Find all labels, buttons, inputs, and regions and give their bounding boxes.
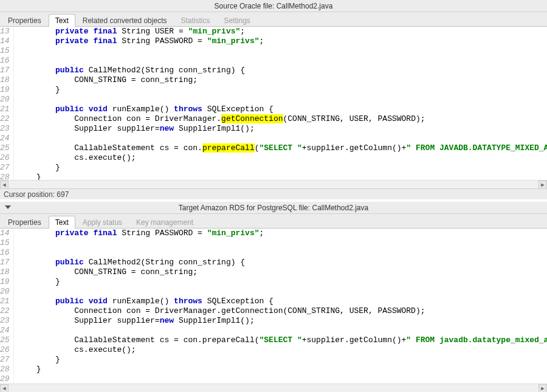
code-content[interactable]: Connection con = DriverManager.getConnec… bbox=[14, 114, 547, 124]
source-tabs: PropertiesTextRelated converted objectsS… bbox=[0, 12, 547, 27]
code-line: 20 bbox=[0, 287, 547, 297]
code-line: 22 Connection con = DriverManager.getCon… bbox=[0, 306, 547, 316]
code-line: 27 } bbox=[0, 355, 547, 365]
target-pane: Target Amazon RDS for PostgreSQL file: C… bbox=[0, 202, 547, 392]
scroll-left-icon[interactable]: ◄ bbox=[0, 181, 9, 189]
code-content[interactable]: CONN_STRING = conn_string; bbox=[14, 75, 547, 85]
line-number: 13 bbox=[0, 27, 14, 36]
line-number: 17 bbox=[0, 258, 14, 267]
code-content[interactable]: cs.execute(); bbox=[14, 345, 547, 355]
source-editor[interactable]: 13 private final String USER = "min_priv… bbox=[0, 27, 547, 180]
code-content[interactable] bbox=[14, 134, 547, 143]
code-line: 22 Connection con = DriverManager.getCon… bbox=[0, 114, 547, 124]
code-line: 24 bbox=[0, 326, 547, 335]
code-content[interactable]: } bbox=[14, 365, 547, 374]
code-content[interactable] bbox=[14, 46, 547, 56]
line-number: 29 bbox=[0, 374, 14, 383]
code-line: 28 } bbox=[0, 173, 547, 180]
target-title: Target Amazon RDS for PostgreSQL file: C… bbox=[179, 204, 368, 212]
code-line: 25 CallableStatement cs = con.prepareCal… bbox=[0, 143, 547, 153]
code-content[interactable]: private final String USER = "min_privs"; bbox=[14, 27, 547, 36]
code-content[interactable]: } bbox=[14, 355, 547, 365]
code-content[interactable]: } bbox=[14, 85, 547, 95]
code-content[interactable]: } bbox=[14, 277, 547, 287]
line-number: 20 bbox=[0, 95, 14, 105]
target-tab-text[interactable]: Text bbox=[49, 216, 75, 229]
source-tab-statistics: Statistics bbox=[174, 14, 216, 27]
code-line: 18 CONN_STRING = conn_string; bbox=[0, 75, 547, 85]
code-content[interactable]: Supplier supplier=new SupplierImpl1(); bbox=[14, 316, 547, 326]
code-line: 29 bbox=[0, 374, 547, 383]
target-title-bar: Target Amazon RDS for PostgreSQL file: C… bbox=[0, 202, 547, 214]
line-number: 23 bbox=[0, 316, 14, 326]
scroll-right-icon[interactable]: ► bbox=[538, 384, 547, 393]
code-content[interactable]: CallableStatement cs = con.prepareCall("… bbox=[14, 335, 547, 345]
line-number: 27 bbox=[0, 163, 14, 173]
code-content[interactable] bbox=[14, 95, 547, 105]
target-horizontal-scrollbar[interactable]: ◄ ► bbox=[0, 383, 547, 392]
target-editor[interactable]: 14 private final String PASSWORD = "min_… bbox=[0, 229, 547, 383]
code-content[interactable]: Connection con = DriverManager.getConnec… bbox=[14, 306, 547, 316]
scroll-right-icon[interactable]: ► bbox=[538, 181, 547, 189]
code-content[interactable]: private final String PASSWORD = "min_pri… bbox=[14, 36, 547, 46]
line-number: 22 bbox=[0, 306, 14, 316]
scroll-track[interactable] bbox=[9, 181, 538, 189]
code-content[interactable]: } bbox=[14, 163, 547, 173]
code-line: 17 public CallMethod2(String conn_string… bbox=[0, 66, 547, 75]
line-number: 25 bbox=[0, 143, 14, 153]
line-number: 26 bbox=[0, 345, 14, 355]
line-number: 22 bbox=[0, 114, 14, 124]
source-horizontal-scrollbar[interactable]: ◄ ► bbox=[0, 180, 547, 188]
code-content[interactable]: CONN_STRING = conn_string; bbox=[14, 267, 547, 277]
source-tab-text[interactable]: Text bbox=[49, 14, 75, 27]
code-content[interactable]: public void runExample() throws SQLExcep… bbox=[14, 105, 547, 114]
code-line: 14 private final String PASSWORD = "min_… bbox=[0, 229, 547, 238]
code-content[interactable]: } bbox=[14, 173, 547, 180]
code-content[interactable]: public void runExample() throws SQLExcep… bbox=[14, 297, 547, 306]
line-number: 16 bbox=[0, 56, 14, 66]
code-content[interactable] bbox=[14, 287, 547, 297]
code-content[interactable]: Supplier supplier=new SupplierImpl1(); bbox=[14, 124, 547, 134]
code-content[interactable]: CallableStatement cs = con.prepareCall("… bbox=[14, 143, 547, 153]
code-content[interactable]: public CallMethod2(String conn_string) { bbox=[14, 66, 547, 75]
code-line: 17 public CallMethod2(String conn_string… bbox=[0, 258, 547, 267]
code-content[interactable] bbox=[14, 326, 547, 335]
line-number: 27 bbox=[0, 355, 14, 365]
line-number: 26 bbox=[0, 153, 14, 163]
code-content[interactable] bbox=[14, 374, 547, 383]
line-number: 25 bbox=[0, 335, 14, 345]
line-number: 18 bbox=[0, 267, 14, 277]
line-number: 18 bbox=[0, 75, 14, 85]
code-content[interactable]: public CallMethod2(String conn_string) { bbox=[14, 258, 547, 267]
code-content[interactable] bbox=[14, 56, 547, 66]
scroll-left-icon[interactable]: ◄ bbox=[0, 384, 9, 393]
target-tab-apply-status: Apply status bbox=[76, 216, 129, 229]
source-tab-related-converted-objects[interactable]: Related converted objects bbox=[76, 14, 174, 27]
line-number: 15 bbox=[0, 238, 14, 248]
line-number: 21 bbox=[0, 297, 14, 306]
code-line: 16 bbox=[0, 248, 547, 258]
code-content[interactable]: private final String PASSWORD = "min_pri… bbox=[14, 229, 547, 238]
collapse-toggle-icon[interactable] bbox=[4, 203, 12, 211]
code-line: 23 Supplier supplier=new SupplierImpl1()… bbox=[0, 316, 547, 326]
code-content[interactable] bbox=[14, 238, 547, 248]
code-line: 15 bbox=[0, 238, 547, 248]
code-content[interactable] bbox=[14, 248, 547, 258]
code-line: 20 bbox=[0, 95, 547, 105]
line-number: 20 bbox=[0, 287, 14, 297]
code-content[interactable]: cs.execute(); bbox=[14, 153, 547, 163]
line-number: 16 bbox=[0, 248, 14, 258]
line-number: 19 bbox=[0, 85, 14, 95]
target-tab-properties[interactable]: Properties bbox=[1, 216, 48, 229]
line-number: 19 bbox=[0, 277, 14, 287]
code-line: 25 CallableStatement cs = con.prepareCal… bbox=[0, 335, 547, 345]
source-tab-properties[interactable]: Properties bbox=[1, 14, 48, 27]
code-line: 18 CONN_STRING = conn_string; bbox=[0, 267, 547, 277]
line-number: 28 bbox=[0, 173, 14, 180]
target-tab-key-management: Key management bbox=[129, 216, 200, 229]
line-number: 17 bbox=[0, 66, 14, 75]
line-number: 24 bbox=[0, 134, 14, 143]
line-number: 23 bbox=[0, 124, 14, 134]
code-line: 19 } bbox=[0, 85, 547, 95]
scroll-track[interactable] bbox=[9, 384, 538, 393]
